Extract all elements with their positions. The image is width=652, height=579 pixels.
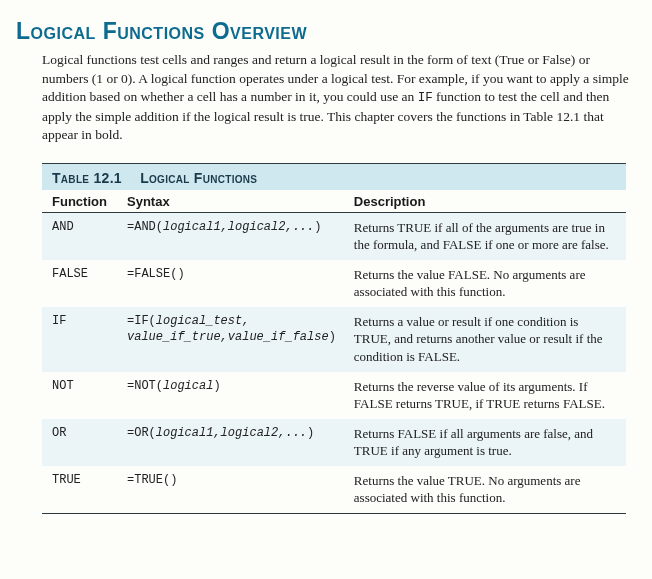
- inline-code-if: IF: [418, 91, 433, 105]
- col-header-syntax: Syntax: [117, 190, 344, 213]
- cell-function: TRUE: [42, 466, 117, 514]
- cell-syntax: =AND(logical1,logical2,...): [117, 212, 344, 260]
- syntax-suffix: ): [307, 426, 314, 440]
- page: Logical Functions Overview Logical funct…: [0, 0, 652, 532]
- table-row: TRUE =TRUE() Returns the value TRUE. No …: [42, 466, 626, 514]
- cell-description: Returns TRUE if all of the arguments are…: [344, 212, 626, 260]
- cell-description: Returns the reverse value of its argumen…: [344, 372, 626, 419]
- table-row: NOT =NOT(logical) Returns the reverse va…: [42, 372, 626, 419]
- syntax-suffix: ): [314, 220, 321, 234]
- table-row: FALSE =FALSE() Returns the value FALSE. …: [42, 260, 626, 307]
- cell-function: AND: [42, 212, 117, 260]
- syntax-args: logical1,logical2,...: [163, 220, 314, 234]
- syntax-args: logical1,logical2,...: [156, 426, 307, 440]
- syntax-prefix: =NOT(: [127, 379, 163, 393]
- table-caption: Table 12.1 Logical Functions: [42, 163, 626, 190]
- cell-syntax: =FALSE(): [117, 260, 344, 307]
- syntax-prefix: =FALSE(): [127, 267, 185, 281]
- cell-description: Returns FALSE if all arguments are false…: [344, 419, 626, 466]
- syntax-prefix: =IF(: [127, 314, 156, 328]
- table-header-row: Function Syntax Description: [42, 190, 626, 213]
- table-row: AND =AND(logical1,logical2,...) Returns …: [42, 212, 626, 260]
- syntax-prefix: =OR(: [127, 426, 156, 440]
- intro-paragraph: Logical functions test cells and ranges …: [42, 51, 630, 145]
- syntax-suffix: ): [213, 379, 220, 393]
- col-header-description: Description: [344, 190, 626, 213]
- cell-syntax: =TRUE(): [117, 466, 344, 514]
- syntax-prefix: =TRUE(): [127, 473, 177, 487]
- section-heading: Logical Functions Overview: [16, 18, 630, 45]
- cell-function: NOT: [42, 372, 117, 419]
- table-caption-text: Logical Functions: [140, 170, 257, 186]
- syntax-args: logical_test, value_if_true,value_if_fal…: [127, 314, 329, 344]
- cell-function: FALSE: [42, 260, 117, 307]
- table-container: Table 12.1 Logical Functions Function Sy…: [42, 163, 626, 514]
- cell-function: IF: [42, 307, 117, 372]
- cell-description: Returns a value or result if one conditi…: [344, 307, 626, 372]
- cell-description: Returns the value TRUE. No arguments are…: [344, 466, 626, 514]
- table-row: IF =IF(logical_test, value_if_true,value…: [42, 307, 626, 372]
- cell-syntax: =IF(logical_test, value_if_true,value_if…: [117, 307, 344, 372]
- table-row: OR =OR(logical1,logical2,...) Returns FA…: [42, 419, 626, 466]
- cell-syntax: =NOT(logical): [117, 372, 344, 419]
- syntax-args: logical: [163, 379, 213, 393]
- table-caption-label: Table 12.1: [52, 170, 122, 186]
- col-header-function: Function: [42, 190, 117, 213]
- syntax-suffix: ): [329, 330, 336, 344]
- cell-function: OR: [42, 419, 117, 466]
- syntax-prefix: =AND(: [127, 220, 163, 234]
- cell-description: Returns the value FALSE. No arguments ar…: [344, 260, 626, 307]
- cell-syntax: =OR(logical1,logical2,...): [117, 419, 344, 466]
- logical-functions-table: Function Syntax Description AND =AND(log…: [42, 190, 626, 514]
